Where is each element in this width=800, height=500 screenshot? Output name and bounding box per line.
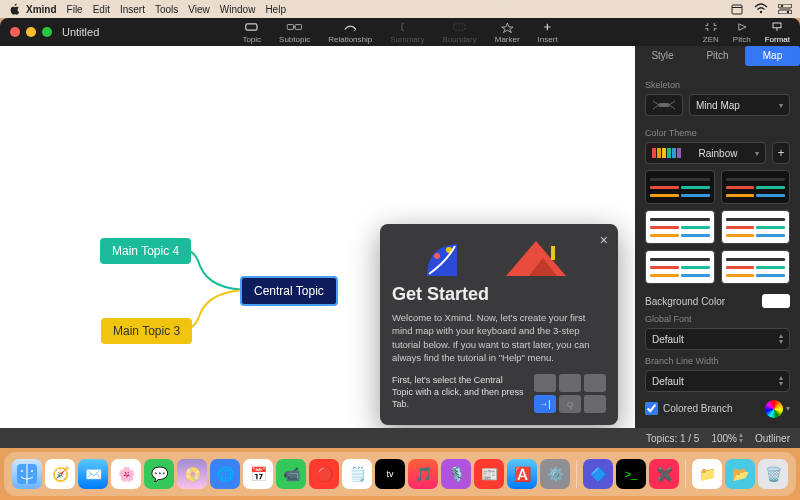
toolbar-marker[interactable]: Marker — [495, 21, 520, 44]
dock-mail-icon[interactable]: ✉️ — [78, 459, 108, 489]
svg-rect-3 — [778, 4, 792, 8]
svg-line-27 — [669, 105, 675, 109]
dock-music-icon[interactable]: 🎵 — [408, 459, 438, 489]
theme-preset[interactable] — [645, 210, 715, 244]
status-zoom[interactable]: 100%▴▾ — [711, 432, 743, 444]
node-main-topic-4[interactable]: Main Topic 4 — [100, 238, 191, 264]
dock-photos-icon[interactable]: 🌸 — [111, 459, 141, 489]
menubar-control-center-icon[interactable] — [778, 2, 792, 16]
main-toolbar: Topic Subtopic Relationship Summary Boun… — [242, 21, 557, 44]
dock-folder-icon[interactable]: 📁 — [692, 459, 722, 489]
svg-point-29 — [21, 470, 23, 472]
color-theme-select[interactable]: Rainbow▾ — [645, 142, 766, 164]
tab-style[interactable]: Style — [635, 46, 690, 66]
stepper-arrows-icon: ▴▾ — [739, 432, 743, 444]
theme-preset[interactable] — [645, 250, 715, 284]
dock-app-icon[interactable]: 🧭 — [45, 459, 75, 489]
apple-logo-icon[interactable] — [8, 3, 20, 15]
toolbar-format[interactable]: Format — [765, 21, 790, 44]
menubar-insert[interactable]: Insert — [120, 4, 145, 15]
background-color-swatch[interactable] — [762, 294, 790, 308]
panel-tabs: Style Pitch Map — [635, 46, 800, 66]
node-main-topic-3[interactable]: Main Topic 3 — [101, 318, 192, 344]
dock-app-icon[interactable]: 🗒️ — [342, 459, 372, 489]
toolbar-right-group: ZEN Pitch Format — [703, 21, 790, 44]
theme-preset[interactable] — [721, 170, 791, 204]
key-blank — [584, 374, 606, 392]
dock-settings-icon[interactable]: ⚙️ — [540, 459, 570, 489]
menubar-edit[interactable]: Edit — [93, 4, 110, 15]
label-branch-line-width: Branch Line Width — [645, 356, 790, 366]
tab-map[interactable]: Map — [745, 46, 800, 66]
toolbar-topic[interactable]: Topic — [242, 21, 261, 44]
dock-terminal-icon[interactable]: >_ — [616, 459, 646, 489]
add-theme-button[interactable]: + — [772, 142, 790, 164]
svg-rect-0 — [732, 5, 742, 14]
node-central-topic[interactable]: Central Topic — [240, 276, 338, 306]
dock-tv-icon[interactable]: tv — [375, 459, 405, 489]
mindmap-canvas[interactable]: Central Topic Main Topic 4 Main Topic 3 … — [0, 46, 635, 428]
menubar-date-icon[interactable] — [730, 2, 744, 16]
menubar-window[interactable]: Window — [220, 4, 256, 15]
stepper-arrows-icon: ▴▾ — [779, 333, 783, 345]
dock-app-icon[interactable]: 🔴 — [309, 459, 339, 489]
toolbar-zen[interactable]: ZEN — [703, 21, 719, 44]
theme-preset[interactable] — [645, 170, 715, 204]
menubar-file[interactable]: File — [67, 4, 83, 15]
colored-branch-checkbox[interactable]: Colored Branch — [645, 402, 732, 415]
theme-preset[interactable] — [721, 250, 791, 284]
key-blank — [584, 395, 606, 413]
window-close-button[interactable] — [10, 27, 20, 37]
svg-rect-7 — [246, 23, 257, 29]
dock-messages-icon[interactable]: 💬 — [144, 459, 174, 489]
traffic-lights — [10, 27, 52, 37]
dock-trash-icon[interactable]: 🗑️ — [758, 459, 788, 489]
toolbar-boundary: Boundary — [442, 21, 476, 44]
key-blank — [534, 374, 556, 392]
status-topics-count: Topics: 1 / 5 — [646, 433, 699, 444]
dock-calendar-icon[interactable]: 📅 — [243, 459, 273, 489]
global-font-select[interactable]: Default▴▾ — [645, 328, 790, 350]
window-minimize-button[interactable] — [26, 27, 36, 37]
window-zoom-button[interactable] — [42, 27, 52, 37]
branch-color-picker[interactable] — [765, 400, 783, 418]
popup-step-text: First, let's select the Central Topic wi… — [392, 374, 526, 410]
toolbar-subtopic[interactable]: Subtopic — [279, 21, 310, 44]
menubar-app-name[interactable]: Xmind — [26, 4, 57, 15]
tab-pitch[interactable]: Pitch — [690, 46, 745, 66]
dock-app-icon[interactable]: 🔷 — [583, 459, 613, 489]
dock-facetime-icon[interactable]: 📹 — [276, 459, 306, 489]
svg-marker-12 — [502, 23, 513, 33]
skeleton-thumbnail[interactable] — [645, 94, 683, 116]
theme-preset[interactable] — [721, 210, 791, 244]
status-outliner-button[interactable]: Outliner — [755, 433, 790, 444]
popup-key-hint: →| Q — [534, 374, 606, 413]
svg-rect-16 — [773, 23, 781, 28]
dock-chrome-icon[interactable]: 🌐 — [210, 459, 240, 489]
macos-dock: 🧭 ✉️ 🌸 💬 📀 🌐 📅 📹 🔴 🗒️ tv 🎵 🎙️ 📰 🅰️ ⚙️ 🔷 … — [4, 452, 796, 496]
dock-appstore-icon[interactable]: 🅰️ — [507, 459, 537, 489]
macos-menubar: Xmind File Edit Insert Tools View Window… — [0, 0, 800, 18]
key-blank — [559, 374, 581, 392]
menubar-help[interactable]: Help — [265, 4, 286, 15]
menubar-wifi-icon[interactable] — [754, 2, 768, 16]
skeleton-select[interactable]: Mind Map▾ — [689, 94, 790, 116]
dock-podcasts-icon[interactable]: 🎙️ — [441, 459, 471, 489]
dock-folder-icon[interactable]: 📂 — [725, 459, 755, 489]
menubar-view[interactable]: View — [188, 4, 210, 15]
toolbar-relationship[interactable]: Relationship — [328, 21, 372, 44]
dock-news-icon[interactable]: 📰 — [474, 459, 504, 489]
get-started-popup: × Get Started Welcome to Xmind. Now, let… — [380, 224, 618, 425]
dock-app-icon[interactable]: 📀 — [177, 459, 207, 489]
menubar-tools[interactable]: Tools — [155, 4, 178, 15]
toolbar-pitch[interactable]: Pitch — [733, 21, 751, 44]
key-tab: →| — [534, 395, 556, 413]
dock-finder-icon[interactable] — [12, 459, 42, 489]
popup-body: Welcome to Xmind. Now, let's create your… — [392, 311, 606, 364]
dock-xmind-icon[interactable]: ✖️ — [649, 459, 679, 489]
label-skeleton: Skeleton — [645, 80, 790, 90]
toolbar-insert[interactable]: Insert — [538, 21, 558, 44]
svg-rect-5 — [778, 10, 792, 14]
branch-width-select[interactable]: Default▴▾ — [645, 370, 790, 392]
label-global-font: Global Font — [645, 314, 790, 324]
